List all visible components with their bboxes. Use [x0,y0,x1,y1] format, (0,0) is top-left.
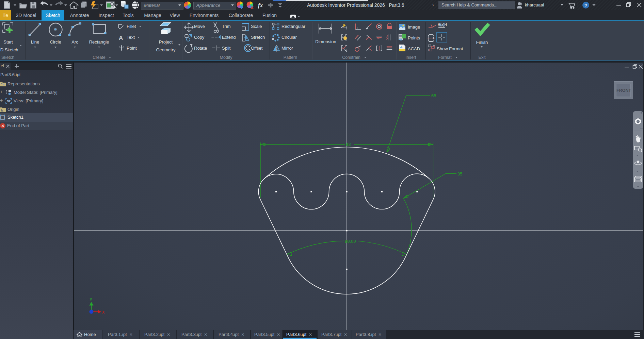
svg-text:?: ? [584,3,587,8]
svg-text:H(x)H: H(x)H [438,23,447,27]
svg-text:A: A [119,35,123,41]
svg-text:fx: fx [258,2,263,9]
